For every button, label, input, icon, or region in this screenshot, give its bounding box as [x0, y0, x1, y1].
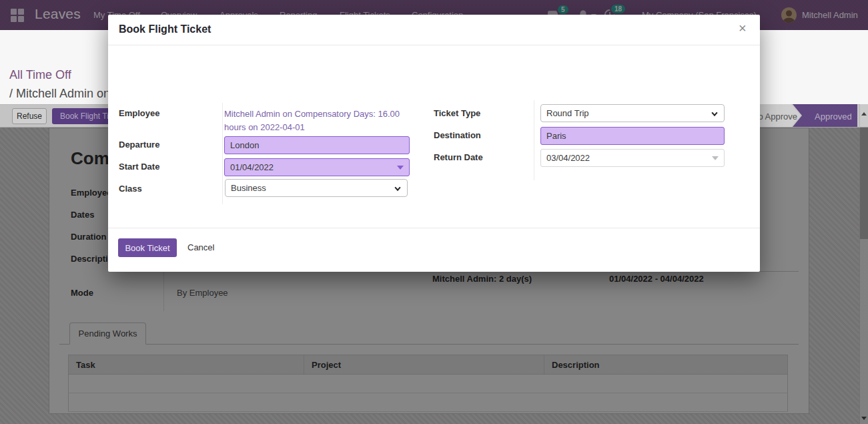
- modal-right-group-line: [534, 100, 534, 180]
- table-row: [69, 375, 788, 393]
- column-header-task[interactable]: Task: [69, 355, 304, 375]
- book-flight-ticket-modal: Book Flight Ticket × Employee Mitchell A…: [108, 15, 760, 272]
- destination-label: Destination: [434, 130, 481, 140]
- ticket-type-label: Ticket Type: [434, 108, 480, 118]
- return-date-caret-icon[interactable]: [712, 156, 719, 160]
- vertical-scrollbar-thumb[interactable]: [860, 127, 868, 239]
- stage-to-approve-label: To Approve: [754, 112, 797, 122]
- scrollbar-down-arrow-icon[interactable]: [861, 417, 867, 420]
- ticket-type-select[interactable]: Round Trip: [540, 104, 725, 122]
- notebook-tabbar-line: [59, 344, 799, 345]
- table-row: [69, 393, 788, 412]
- stage-approved-label: Approved: [815, 112, 852, 122]
- destination-input[interactable]: [540, 127, 725, 145]
- duration-field-label: Duration: [71, 232, 106, 242]
- modal-left-group-line: [222, 103, 223, 204]
- class-label: Class: [119, 184, 142, 194]
- return-date-label: Return Date: [434, 152, 483, 162]
- start-date-caret-icon[interactable]: [397, 166, 404, 170]
- summary-date-range: 01/04/2022 - 04/04/2022: [609, 274, 704, 284]
- breadcrumb-all-time-off[interactable]: All Time Off: [9, 68, 71, 82]
- departure-label: Departure: [119, 140, 159, 150]
- departure-input[interactable]: [224, 136, 410, 154]
- return-date-input[interactable]: [540, 149, 725, 167]
- summary-employee-days: Mitchell Admin: 2 day(s): [432, 274, 532, 284]
- refuse-button[interactable]: Refuse: [12, 108, 47, 124]
- avatar-image: [781, 7, 797, 23]
- modal-title: Book Flight Ticket: [119, 23, 211, 35]
- app-title[interactable]: Leaves: [35, 6, 81, 22]
- class-select[interactable]: Business: [225, 179, 408, 197]
- user-avatar[interactable]: [781, 7, 797, 23]
- messages-badge: 5: [556, 4, 570, 15]
- employee-value-link[interactable]: Mitchell Admin on Compensatory Days: 16.…: [224, 108, 406, 134]
- dates-field-label: Dates: [71, 210, 94, 220]
- chevron-down-icon: [711, 110, 719, 118]
- start-date-label: Start Date: [119, 162, 159, 172]
- scrollbar-up-arrow-icon[interactable]: [861, 112, 867, 116]
- modal-header: Book Flight Ticket ×: [108, 15, 760, 45]
- ticket-type-select-value: Round Trip: [546, 108, 589, 118]
- employee-field-label: Employee: [71, 188, 111, 198]
- start-date-input[interactable]: [224, 158, 410, 176]
- mode-field-value: By Employee: [177, 288, 228, 298]
- column-header-description[interactable]: Description: [544, 355, 788, 375]
- screen: Leaves My Time Off Overview Approvals Re…: [0, 0, 868, 424]
- chevron-down-icon: [394, 185, 402, 192]
- book-ticket-button[interactable]: Book Ticket: [118, 238, 177, 257]
- employee-label: Employee: [119, 108, 159, 118]
- activities-badge: 18: [610, 3, 626, 15]
- mode-field-label: Mode: [71, 288, 93, 298]
- tab-pending-works[interactable]: Pending Works: [69, 323, 146, 345]
- column-header-project[interactable]: Project: [304, 355, 544, 375]
- close-icon[interactable]: ×: [739, 21, 747, 35]
- cancel-button[interactable]: Cancel: [187, 242, 214, 252]
- class-select-value: Business: [231, 183, 266, 193]
- pending-works-table: Task Project Description: [68, 355, 788, 412]
- user-menu[interactable]: Mitchell Admin: [802, 10, 858, 20]
- table-header-row: Task Project Description: [69, 355, 788, 375]
- apps-menu-icon[interactable]: [11, 9, 24, 22]
